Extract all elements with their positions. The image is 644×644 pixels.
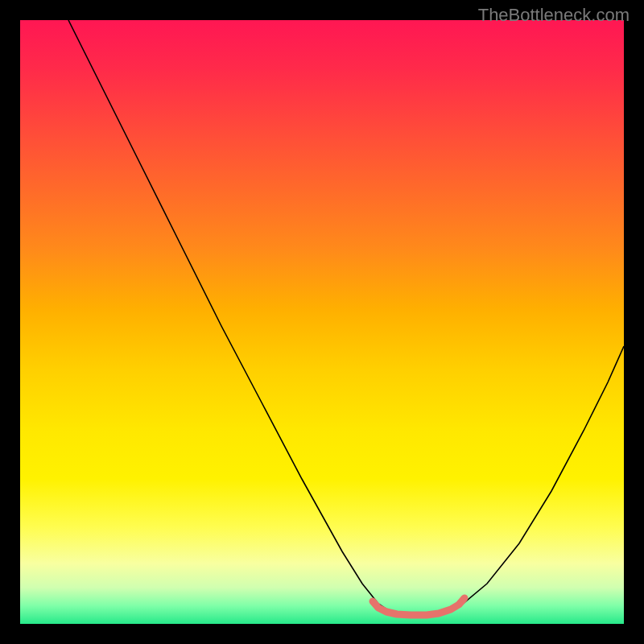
plot-area	[20, 20, 624, 624]
optimal-flat-region	[373, 598, 464, 615]
bottleneck-curve	[68, 20, 624, 614]
chart-svg	[20, 20, 624, 624]
watermark-text: TheBottleneck.com	[478, 5, 630, 26]
